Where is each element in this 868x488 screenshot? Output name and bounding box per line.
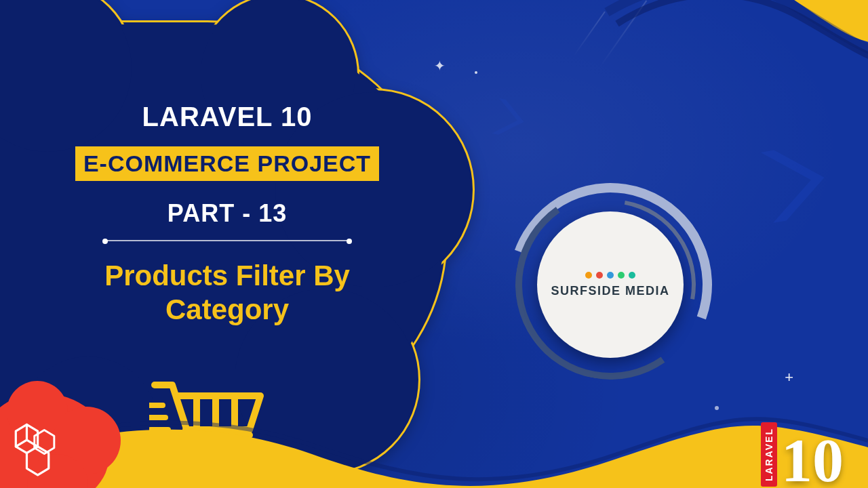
brand-disc: SURFSIDE MEDIA: [537, 211, 684, 358]
thumbnail-stage: ✦ + LARAVEL 10 E-COMMERCE PROJECT PART -…: [0, 0, 868, 488]
decor-dot: [475, 71, 477, 74]
decor-plus: +: [785, 369, 793, 386]
version-number: 10: [781, 434, 844, 487]
chevron-arrow-icon: [482, 92, 535, 145]
project-badge: E-COMMERCE PROJECT: [73, 144, 381, 183]
laravel-logo-icon: [0, 393, 108, 488]
decor-ribbon-top-right: [597, 0, 868, 149]
headline-block: LARAVEL 10 E-COMMERCE PROJECT PART - 13 …: [71, 102, 383, 327]
decor-wave-bottom: [0, 400, 868, 488]
topic-title: Products Filter By Category: [71, 259, 383, 327]
laravel-version-badge: LARAVEL 10: [761, 422, 844, 487]
chevron-arrow-icon: [742, 131, 846, 235]
part-label: PART - 13: [71, 199, 383, 228]
divider-rule: [105, 240, 349, 241]
framework-title: LARAVEL 10: [71, 102, 383, 132]
brand-name: SURFSIDE MEDIA: [551, 284, 669, 298]
brand-dots: [585, 272, 635, 279]
brand-medallion: SURFSIDE MEDIA: [509, 183, 712, 386]
version-tag-label: LARAVEL: [761, 422, 777, 487]
